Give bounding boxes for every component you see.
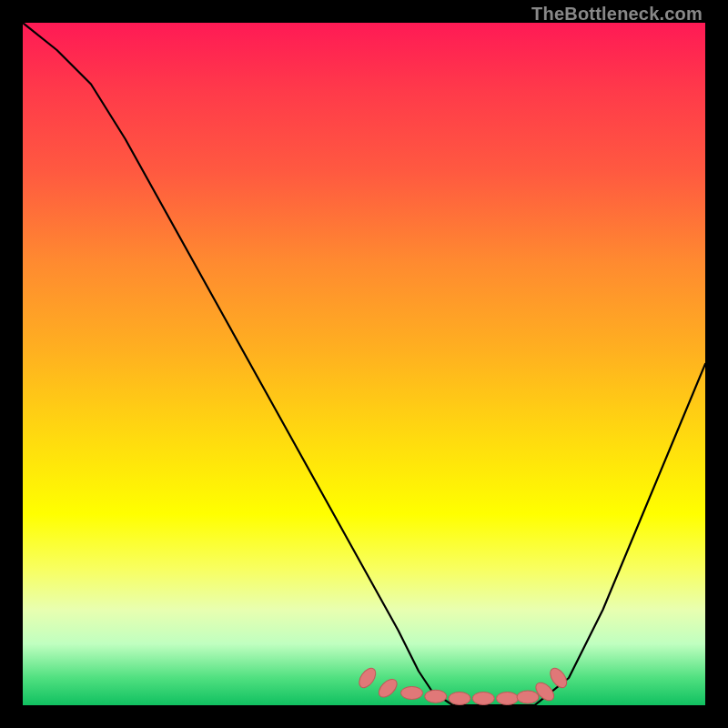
valley-marker xyxy=(472,693,494,705)
plot-area xyxy=(23,23,705,705)
valley-marker xyxy=(401,687,423,700)
valley-marker xyxy=(356,665,379,691)
chart-container: TheBottleneck.com xyxy=(0,0,728,728)
curve-svg xyxy=(23,23,705,705)
valley-marker xyxy=(497,693,519,705)
valley-marker xyxy=(517,691,539,703)
watermark-text: TheBottleneck.com xyxy=(531,4,703,25)
valley-marker xyxy=(425,690,447,703)
bottleneck-curve xyxy=(23,23,705,705)
valley-marker xyxy=(376,676,400,701)
valley-marker xyxy=(547,665,570,691)
marker-group xyxy=(356,665,570,704)
valley-marker xyxy=(449,693,470,705)
